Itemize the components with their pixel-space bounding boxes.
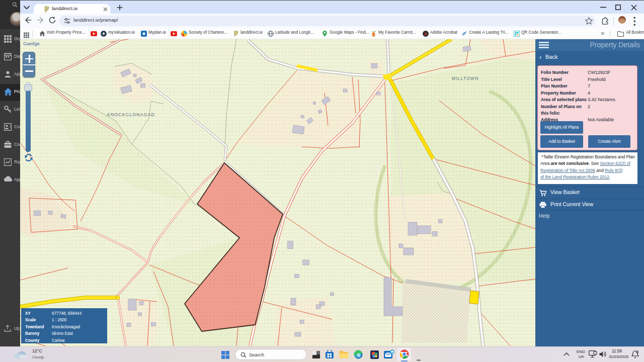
svg-text:KNOCKCLONAGAD: KNOCKCLONAGAD xyxy=(107,112,155,117)
svg-text:MILLTOWN: MILLTOWN xyxy=(452,76,479,81)
